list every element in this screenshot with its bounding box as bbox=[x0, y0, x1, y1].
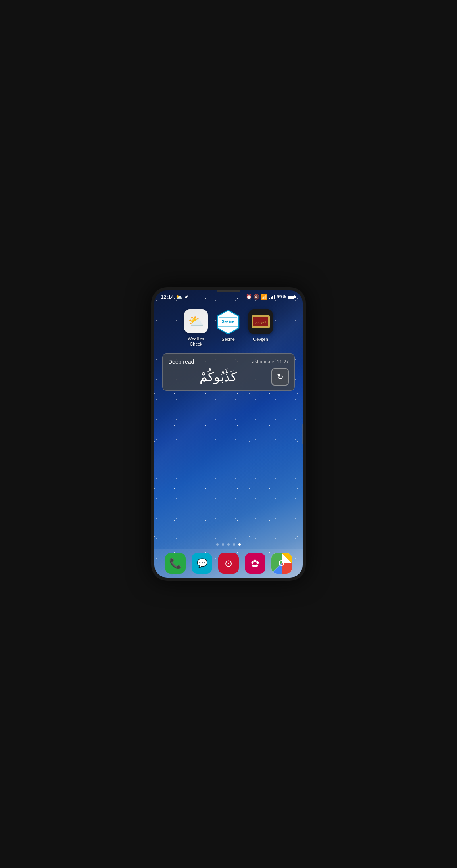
weather-check-label: WeatherCheck bbox=[188, 336, 204, 347]
messages-icon: 💬 bbox=[197, 558, 207, 568]
signal-bar-1 bbox=[269, 298, 270, 299]
camera-icon: ⊙ bbox=[225, 558, 232, 569]
svg-text:G: G bbox=[278, 559, 285, 567]
cevsen-book-icon: الجوشن bbox=[251, 314, 271, 330]
svg-text:Sekine: Sekine bbox=[222, 319, 235, 324]
battery-body bbox=[288, 295, 295, 299]
refresh-icon: ↻ bbox=[277, 372, 284, 382]
signal-bars bbox=[269, 294, 275, 299]
arabic-text: كَذَّبُوكُمْ bbox=[168, 369, 268, 384]
dot-5-active[interactable] bbox=[238, 543, 241, 546]
cevsen-icon[interactable]: الجوشن bbox=[248, 309, 273, 334]
signal-bar-3 bbox=[272, 296, 273, 299]
dot-4[interactable] bbox=[233, 543, 235, 546]
phone-icon: 📞 bbox=[169, 557, 182, 570]
deep-read-widget[interactable]: Deep read Last update: 11:27 كَذَّبُوكُم… bbox=[162, 353, 295, 391]
alarm-icon: ⏰ bbox=[246, 294, 252, 300]
dot-3[interactable] bbox=[227, 543, 230, 546]
phone-frame: 12:14 ⛅ ✔ ⏰ 🔇 📶 99% bbox=[151, 287, 306, 581]
dock-messages[interactable]: 💬 bbox=[192, 553, 212, 574]
signal-bar-2 bbox=[271, 297, 272, 299]
flower-icon: ✿ bbox=[251, 557, 259, 570]
app-item-weather-check[interactable]: ⛅ WeatherCheck bbox=[184, 309, 208, 347]
weather-check-icon[interactable]: ⛅ bbox=[184, 309, 208, 333]
dock-phone[interactable]: 📞 bbox=[165, 553, 186, 574]
dock-flower[interactable]: ✿ bbox=[245, 553, 265, 574]
widget-body: كَذَّبُوكُمْ ↻ bbox=[168, 368, 289, 386]
status-weather-icon: ⛅ bbox=[176, 294, 182, 300]
maps-icon-svg: G bbox=[271, 553, 292, 574]
page-dots bbox=[216, 543, 241, 546]
status-time: 12:14 bbox=[161, 294, 174, 300]
checkmark-icon: ✔ bbox=[184, 294, 189, 300]
signal-bar-4 bbox=[274, 295, 275, 299]
app-item-cevsen[interactable]: الجوشن Cevşen bbox=[248, 309, 273, 347]
weather-cloud-sun: ⛅ bbox=[188, 314, 204, 329]
widget-header: Deep read Last update: 11:27 bbox=[168, 359, 289, 365]
side-handle bbox=[302, 424, 306, 444]
app-item-sekine[interactable]: Sekine Sekine bbox=[216, 309, 240, 347]
refresh-button[interactable]: ↻ bbox=[271, 368, 289, 386]
svg-text:الجوشن: الجوشن bbox=[255, 321, 266, 324]
app-icon-row: ⛅ WeatherCheck Sekine Sekine bbox=[161, 309, 296, 347]
dot-1[interactable] bbox=[216, 543, 219, 546]
battery-fill bbox=[288, 296, 294, 298]
battery-percent: 99% bbox=[277, 294, 286, 300]
cevsen-label: Cevşen bbox=[253, 336, 268, 342]
sekine-label: Sekine bbox=[221, 336, 235, 342]
wifi-icon: 📶 bbox=[261, 294, 267, 300]
widget-last-update: Last update: 11:27 bbox=[250, 359, 289, 365]
mute-icon: 🔇 bbox=[253, 294, 259, 300]
status-left: 12:14 ⛅ ✔ bbox=[161, 294, 189, 300]
dock-maps[interactable]: G bbox=[271, 553, 292, 574]
app-dock: 📞 💬 ⊙ ✿ G bbox=[154, 549, 303, 578]
dock-camera[interactable]: ⊙ bbox=[218, 553, 239, 574]
notch bbox=[217, 290, 240, 292]
dot-2[interactable] bbox=[222, 543, 224, 546]
sekine-icon[interactable]: Sekine bbox=[216, 309, 240, 334]
widget-title: Deep read bbox=[168, 359, 194, 365]
battery-tip bbox=[295, 296, 296, 298]
home-content: ⛅ WeatherCheck Sekine Sekine bbox=[154, 301, 303, 396]
status-right: ⏰ 🔇 📶 99% bbox=[246, 294, 296, 300]
battery-icon bbox=[288, 295, 296, 299]
